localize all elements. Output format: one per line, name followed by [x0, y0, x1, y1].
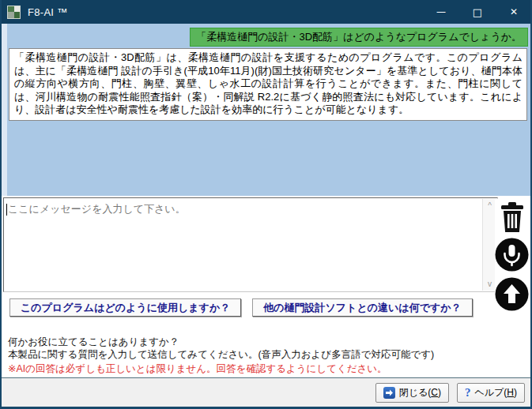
send-icon[interactable]	[495, 277, 529, 311]
status-area: 何かお役に立てることはありますか？ 本製品に関する質問を入力して送信してみてくだ…	[8, 336, 524, 376]
ai-disclaimer-notice: ※AIの回答は必ずしも正しいとは限りません。回答を確認するようにしてください。	[8, 363, 524, 376]
footer-bar: 閉じる(C) ? ヘルプ(H)	[2, 377, 530, 407]
help-question-icon: ?	[465, 386, 471, 400]
help-button-label: ヘルプ(H)	[474, 386, 517, 400]
close-arrow-icon	[383, 387, 395, 399]
suggestion-buttons: このプログラムはどのように使用しますか？ 他の樋門設計ソフトとの違いは何ですか？	[9, 298, 473, 317]
minimize-icon[interactable]: —	[423, 0, 459, 24]
suggestion-difference-button[interactable]: 他の樋門設計ソフトとの違いは何ですか？	[252, 298, 472, 317]
composer-actions	[495, 199, 529, 313]
chat-history-panel: 「柔構造樋門の設計・3D配筋」はどのようなプログラムでしょうか。 「柔構造樋門の…	[2, 24, 530, 196]
text-caret	[6, 204, 7, 216]
close-button-label: 閉じる(C)	[399, 386, 441, 400]
maximize-icon[interactable]: □	[459, 0, 496, 24]
user-message-bubble: 「柔構造樋門の設計・3D配筋」はどのようなプログラムでしょうか。	[190, 28, 528, 47]
titlebar: F8-AI ™ — □ ✕	[0, 0, 532, 24]
trash-icon[interactable]	[499, 202, 526, 232]
scroll-up-icon[interactable]: ^	[488, 201, 492, 210]
message-placeholder: ここにメッセージを入力して下さい。	[8, 202, 186, 216]
ai-response-bubble: 「柔構造樋門の設計・3D配筋」は、柔構造樋門の設計を支援するためのプログラムです…	[9, 48, 527, 121]
help-button[interactable]: ? ヘルプ(H)	[457, 383, 525, 403]
app-icon	[7, 6, 21, 19]
close-icon[interactable]: ✕	[496, 0, 532, 24]
close-button[interactable]: 閉じる(C)	[375, 383, 449, 403]
window-title: F8-AI ™	[28, 6, 68, 18]
suggestion-how-to-use-button[interactable]: このプログラムはどのように使用しますか？	[9, 298, 241, 317]
status-greeting: 何かお役に立てることはありますか？	[8, 336, 524, 349]
status-instruction: 本製品に関する質問を入力して送信してみてください。(音声入力および多言語で対応可…	[8, 349, 524, 362]
message-input[interactable]: ここにメッセージを入力して下さい。 ^ v	[3, 197, 498, 292]
microphone-icon[interactable]	[495, 238, 529, 272]
f8-ai-dialog-window: F8-AI ™ — □ ✕ 「柔構造樋門の設計・3D配筋」はどのようなプログラム…	[0, 0, 532, 409]
scroll-down-icon[interactable]: v	[488, 280, 492, 288]
